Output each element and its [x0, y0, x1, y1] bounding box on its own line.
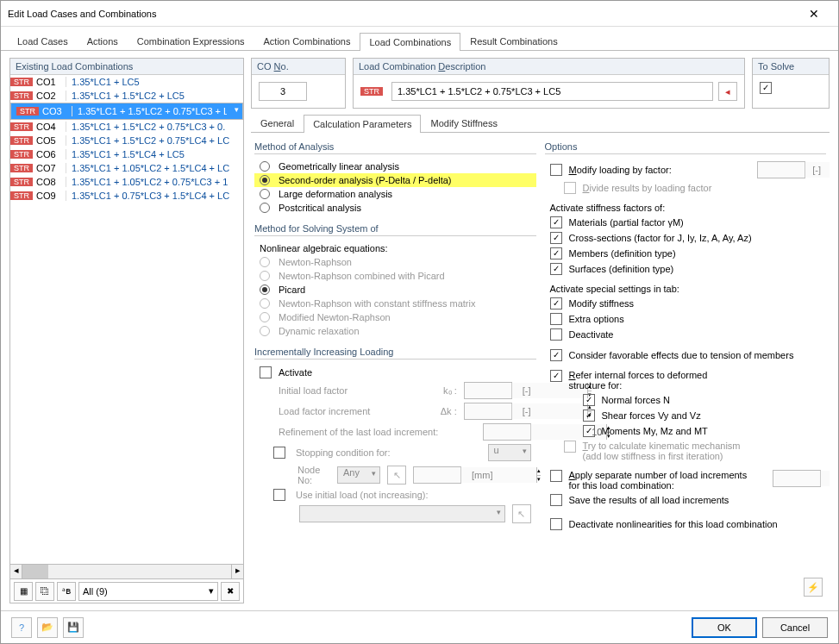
- analysis-option[interactable]: Large deformation analysis: [254, 187, 536, 201]
- nonlinear-label: Nonlinear algebraic equations:: [254, 241, 536, 255]
- method-analysis-header: Method of Analysis: [254, 140, 536, 154]
- divide-checkbox: [564, 182, 576, 194]
- modify-loading-checkbox[interactable]: [550, 164, 562, 176]
- solving-option: Newton-Raphson with constant stiffness m…: [254, 297, 536, 310]
- ok-button[interactable]: OK: [692, 617, 757, 638]
- increment-label: Load factor increment: [260, 406, 433, 416]
- initial-factor-label: Initial load factor: [260, 385, 433, 396]
- analysis-option[interactable]: Second-order analysis (P-Delta / P-delta…: [254, 173, 536, 187]
- save-results-label: Save the results of all load increments: [569, 495, 729, 505]
- delete-icon[interactable]: ✖: [221, 582, 240, 601]
- new-icon[interactable]: ▦: [14, 582, 33, 601]
- cancel-button[interactable]: Cancel: [762, 617, 828, 638]
- tab-load-cases[interactable]: Load Cases: [8, 32, 78, 50]
- tab-combination-expressions[interactable]: Combination Expressions: [128, 32, 254, 50]
- tab-action-combinations[interactable]: Action Combinations: [254, 32, 360, 50]
- activate-stiffness-header: Activate stiffness factors of:: [545, 201, 827, 215]
- list-item[interactable]: STRCO11.35*LC1 + LC5: [10, 75, 243, 89]
- stiffness-option[interactable]: Surfaces (definition type): [545, 261, 827, 277]
- stiffness-option[interactable]: Cross-sections (factor for J, Iy, Iz, A,…: [545, 230, 827, 246]
- deactivate-nonlin-label: Deactivate nonlinearities for this load …: [569, 519, 778, 529]
- description-input[interactable]: [391, 82, 713, 101]
- list-item[interactable]: STRCO21.35*LC1 + 1.5*LC2 + LC5: [10, 89, 243, 103]
- stopping-label: Stopping condition for:: [296, 447, 390, 458]
- deactivate-nonlin-checkbox[interactable]: [550, 518, 562, 530]
- activate-label: Activate: [279, 367, 312, 378]
- consider-checkbox[interactable]: [550, 349, 562, 361]
- co-no-input[interactable]: [259, 82, 307, 101]
- special-option[interactable]: Deactivate: [545, 327, 827, 342]
- to-solve-label: To Solve: [753, 59, 829, 75]
- copy-icon[interactable]: ⿻: [35, 582, 54, 601]
- combination-list[interactable]: STRCO11.35*LC1 + LC5STRCO21.35*LC1 + 1.5…: [10, 75, 243, 564]
- divide-label: Divide results by loading factor: [583, 183, 712, 193]
- activate-checkbox[interactable]: [260, 366, 272, 378]
- sub-tabs: GeneralCalculation ParametersModify Stif…: [251, 114, 830, 133]
- subtab-general[interactable]: General: [251, 114, 304, 132]
- solving-option: Dynamic relaxation: [254, 324, 536, 338]
- refer-checkbox[interactable]: [550, 370, 562, 382]
- list-item[interactable]: STRCO31.35*LC1 + 1.5*LC2 + 0.75*LC3 + LC: [10, 103, 243, 120]
- list-item[interactable]: STRCO61.35*LC1 + 1.5*LC4 + LC5: [10, 147, 243, 161]
- kinematic-checkbox: [564, 441, 576, 453]
- analysis-option[interactable]: Geometrically linear analysis: [254, 159, 536, 173]
- help-icon[interactable]: ?: [11, 617, 32, 638]
- initial-factor-input: ▴▾: [464, 382, 512, 399]
- save-results-checkbox[interactable]: [550, 494, 562, 506]
- kinematic-label: Try to calculate kinematic mechanism(add…: [583, 441, 741, 461]
- tab-load-combinations[interactable]: Load Combinations: [360, 33, 460, 51]
- stopping-select: u: [488, 444, 531, 461]
- list-item[interactable]: STRCO81.35*LC1 + 1.05*LC2 + 0.75*LC3 + 1: [10, 175, 243, 189]
- refinement-label: Refinement of the last load increment:: [260, 427, 476, 437]
- str-tag: STR: [360, 87, 383, 96]
- refinement-input: ▴▾: [483, 423, 531, 441]
- subtab-modify-stiffness[interactable]: Modify Stiffness: [421, 114, 506, 132]
- special-option[interactable]: Extra options: [545, 311, 827, 327]
- useinit-select: [299, 505, 505, 522]
- lightning-icon[interactable]: ⚡: [804, 578, 823, 597]
- close-button[interactable]: ✕: [797, 1, 831, 27]
- existing-combinations-header: Existing Load Combinations: [10, 59, 243, 75]
- main-tabs: Load CasesActionsCombination Expressions…: [1, 27, 838, 51]
- useinit-label: Use initial load (not increasing):: [296, 490, 531, 500]
- solving-option[interactable]: Picard: [254, 283, 536, 297]
- useinit-pick-button: ↖: [512, 504, 531, 523]
- stiffness-option[interactable]: Materials (partial factor γM): [545, 215, 827, 230]
- tab-actions[interactable]: Actions: [78, 32, 128, 50]
- analysis-option[interactable]: Postcritical analysis: [254, 201, 536, 215]
- list-item[interactable]: STRCO51.35*LC1 + 1.5*LC2 + 0.75*LC4 + LC: [10, 134, 243, 147]
- options-header: Options: [545, 140, 827, 154]
- description-label: Load Combination Description: [354, 59, 744, 75]
- refer-option[interactable]: Normal forces N: [564, 392, 827, 408]
- useinit-checkbox: [273, 489, 285, 501]
- solving-option: Newton-Raphson: [254, 255, 536, 269]
- stiffness-option[interactable]: Members (definition type): [545, 246, 827, 261]
- list-item[interactable]: STRCO41.35*LC1 + 1.5*LC2 + 0.75*LC3 + 0.: [10, 120, 243, 134]
- co-no-label: CO No.: [252, 59, 345, 75]
- tab-result-combinations[interactable]: Result Combinations: [460, 32, 567, 50]
- method-solving-header: Method for Solving System of: [254, 222, 536, 236]
- refer-option[interactable]: Moments My, Mz and MT: [564, 423, 827, 439]
- consider-label: Consider favorable effects due to tensio…: [569, 350, 794, 360]
- subtab-calculation-parameters[interactable]: Calculation Parameters: [304, 115, 421, 133]
- filter-select[interactable]: All (9)▾: [78, 582, 218, 601]
- node-value-input: ▴▾: [413, 466, 461, 484]
- description-picker-button[interactable]: ◂: [718, 82, 737, 101]
- pick-node-button: ↖: [387, 466, 406, 485]
- incremental-header: Incrementally Increasing Loading: [254, 345, 536, 360]
- folder-icon[interactable]: 📂: [37, 617, 58, 638]
- apply-incr-input: ▴▾: [773, 470, 821, 487]
- refer-option[interactable]: Shear forces Vy and Vz: [564, 408, 827, 423]
- modify-loading-label: Modify loading by factor:: [569, 165, 672, 175]
- stopping-checkbox: [273, 447, 285, 459]
- apply-incr-checkbox[interactable]: [550, 470, 562, 482]
- save-icon[interactable]: 💾: [63, 617, 84, 638]
- list-item[interactable]: STRCO71.35*LC1 + 1.05*LC2 + 1.5*LC4 + LC: [10, 161, 243, 175]
- special-option[interactable]: Modify stiffness: [545, 296, 827, 311]
- list-item[interactable]: STRCO91.35*LC1 + 0.75*LC3 + 1.5*LC4 + LC: [10, 189, 243, 203]
- node-label: Node No:: [279, 465, 330, 485]
- to-solve-checkbox[interactable]: [760, 82, 772, 94]
- solving-option: Newton-Raphson combined with Picard: [254, 269, 536, 283]
- horizontal-scrollbar[interactable]: ◂ ▸: [10, 564, 243, 578]
- text-icon[interactable]: ᵃʙ: [57, 582, 76, 601]
